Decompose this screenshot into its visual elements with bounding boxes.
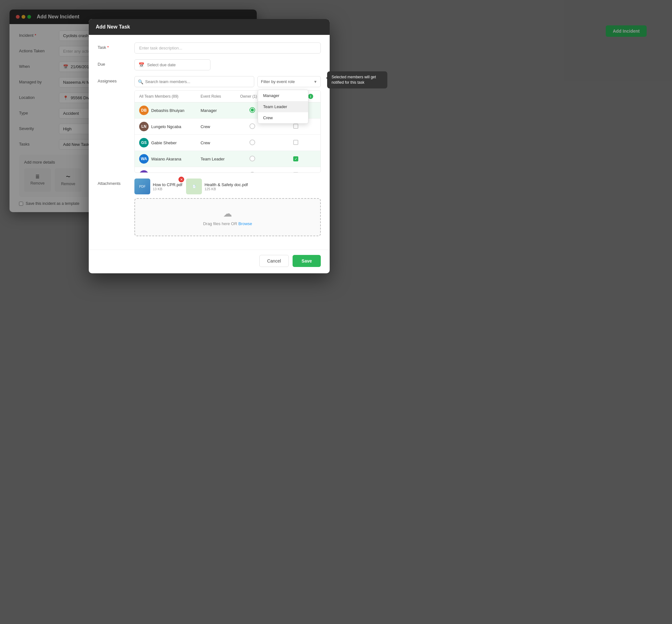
search-members-input[interactable] xyxy=(145,76,251,87)
task-modal-body: Task * Due 📅 Assignees 🔍 xyxy=(89,35,330,250)
involved-checkbox[interactable] xyxy=(293,124,298,129)
avatar: WA xyxy=(139,154,149,164)
save-button[interactable]: Save xyxy=(293,255,321,267)
drop-zone-text: Drag files here OR Browse xyxy=(203,221,252,226)
chevron-down-icon: ▼ xyxy=(314,80,317,84)
member-role-cell: Crew xyxy=(196,135,234,151)
avatar: JR xyxy=(139,170,149,173)
dropdown-item-manager[interactable]: Manager xyxy=(258,90,308,101)
member-name-wrap: JR Jennifer Reid xyxy=(139,170,192,173)
attachments-section: PDF How to CPR.pdf 13 KB ✕ 📄 xyxy=(134,179,321,236)
involved-info-icon[interactable]: i xyxy=(308,94,313,99)
pdf-icon-1: PDF xyxy=(139,185,145,188)
upload-icon: ☁ xyxy=(223,208,232,219)
attachment-size-1: 13 KB xyxy=(153,187,182,191)
assignees-inputs-wrap: 🔍 Filter by event role Manager Team Lead… xyxy=(134,76,321,87)
owner-radio[interactable] xyxy=(249,156,255,161)
owner-radio-cell[interactable] xyxy=(233,151,271,167)
owner-radio[interactable] xyxy=(249,139,255,145)
involved-checkbox[interactable] xyxy=(293,156,298,161)
role-dropdown[interactable]: Manager Team Leader Crew xyxy=(258,90,308,124)
attachment-thumbnail-1: PDF xyxy=(134,179,150,194)
attachments-label: Attachments xyxy=(98,179,129,186)
owner-radio[interactable] xyxy=(249,172,255,173)
involved-checkbox-cell[interactable] xyxy=(271,135,320,151)
due-label: Due xyxy=(98,59,129,67)
member-name-wrap: LN Lungelo Ngcaba xyxy=(139,122,192,131)
member-name-cell: JR Jennifer Reid xyxy=(135,167,196,173)
avatar: DB xyxy=(139,106,149,115)
filter-wrap[interactable]: Filter by event role Manager Team Leader… xyxy=(258,76,321,87)
due-date-field[interactable] xyxy=(147,60,206,70)
search-icon: 🔍 xyxy=(138,79,143,84)
member-name-cell: DB Debashis Bhuiyan xyxy=(135,102,196,119)
involved-checkbox[interactable] xyxy=(293,172,298,173)
involved-checkbox-cell[interactable] xyxy=(271,167,320,173)
assignees-row: Assignees 🔍 Filter by event role Manager… xyxy=(98,76,321,173)
dropdown-item-crew[interactable]: Crew xyxy=(258,112,308,123)
attachment-name-2: Health & Safety doc.pdf xyxy=(205,182,248,187)
attachment-name-1: How to CPR.pdf xyxy=(153,182,182,187)
owner-radio[interactable] xyxy=(249,123,255,129)
member-name-wrap: DB Debashis Bhuiyan xyxy=(139,106,192,115)
attachment-thumbnail-2: 📄 xyxy=(186,179,202,194)
table-row: GS Gabie Sheber Crew xyxy=(135,135,320,151)
avatar: GS xyxy=(139,138,149,148)
assignees-section: 🔍 Filter by event role Manager Team Lead… xyxy=(134,76,321,173)
browse-link[interactable]: Browse xyxy=(238,221,252,226)
member-name-cell: WA Waiano Akarana xyxy=(135,151,196,167)
attachment-size-2: 125 KB xyxy=(205,187,248,191)
assignees-label: Assignees xyxy=(98,76,129,83)
attachment-info-2: Health & Safety doc.pdf 125 KB xyxy=(205,182,248,191)
search-wrap[interactable]: 🔍 xyxy=(134,76,254,87)
member-name-wrap: GS Gabie Sheber xyxy=(139,138,192,148)
attachment-info-1: How to CPR.pdf 13 KB xyxy=(153,182,182,191)
task-field-row: Task * xyxy=(98,43,321,54)
due-field-row: Due 📅 xyxy=(98,59,321,70)
pdf-icon-2: 📄 xyxy=(192,184,196,189)
notification-tooltip: Selected members will get notified for t… xyxy=(327,71,387,88)
member-role-cell: Crew xyxy=(196,167,234,173)
due-date-input[interactable]: 📅 xyxy=(134,59,211,70)
file-drop-zone[interactable]: ☁ Drag files here OR Browse xyxy=(134,198,321,236)
dropdown-item-teamleader[interactable]: Team Leader xyxy=(258,101,308,112)
member-role-cell: Crew xyxy=(196,119,234,135)
attachment-item-1: PDF How to CPR.pdf 13 KB ✕ xyxy=(134,179,182,194)
calendar-due-icon: 📅 xyxy=(138,62,144,68)
task-description-input[interactable] xyxy=(134,43,321,54)
task-modal-titlebar: Add New Task xyxy=(89,19,330,35)
modal-footer: Cancel Save xyxy=(89,250,330,273)
involved-checkbox-cell[interactable] xyxy=(271,151,320,167)
task-modal-title: Add New Task xyxy=(96,24,130,29)
owner-radio-cell[interactable] xyxy=(233,135,271,151)
col-roles-header: Event Roles xyxy=(196,91,234,102)
attachment-item-2: 📄 Health & Safety doc.pdf 125 KB xyxy=(186,179,248,194)
member-name-cell: LN Lungelo Ngcaba xyxy=(135,119,196,135)
task-field-label: Task * xyxy=(98,43,129,50)
avatar: LN xyxy=(139,122,149,131)
member-name-cell: GS Gabie Sheber xyxy=(135,135,196,151)
involved-checkbox[interactable] xyxy=(293,140,298,145)
table-row: JR Jennifer Reid Crew xyxy=(135,167,320,173)
member-role-cell: Team Leader xyxy=(196,151,234,167)
col-members-header: All Team Members (89) xyxy=(135,91,196,102)
filter-role-select[interactable]: Filter by event role Manager Team Leader… xyxy=(261,76,317,87)
member-name-wrap: WA Waiano Akarana xyxy=(139,154,192,164)
member-role-cell: Manager xyxy=(196,102,234,119)
attachments-list: PDF How to CPR.pdf 13 KB ✕ 📄 xyxy=(134,179,321,194)
remove-attachment-1[interactable]: ✕ xyxy=(179,177,184,182)
owner-radio-cell[interactable] xyxy=(233,167,271,173)
table-row: WA Waiano Akarana Team Leader xyxy=(135,151,320,167)
cancel-button[interactable]: Cancel xyxy=(259,255,289,267)
task-modal: Add New Task Task * Due 📅 Assignees xyxy=(89,19,330,273)
attachments-row: Attachments PDF How to CPR.pdf 13 KB ✕ xyxy=(98,179,321,236)
owner-radio[interactable] xyxy=(249,107,255,113)
